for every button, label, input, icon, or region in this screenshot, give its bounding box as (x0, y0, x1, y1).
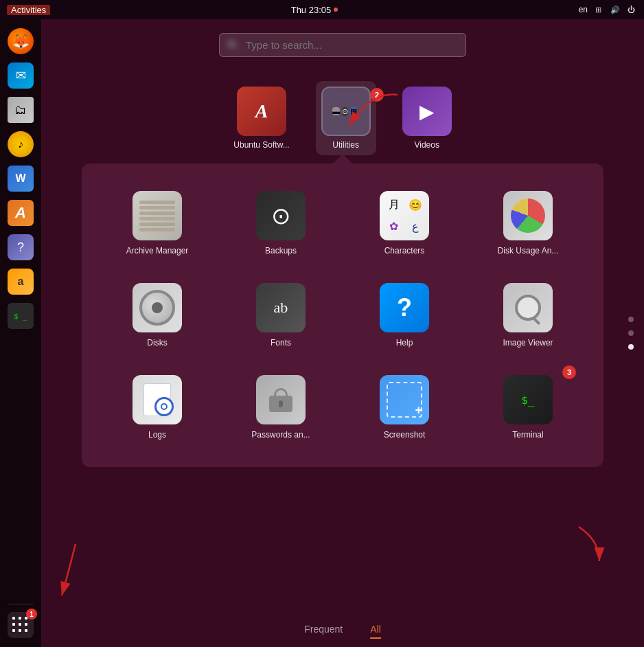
passwords-label: Passwords an... (251, 430, 310, 440)
backups-icon: ⊙ (256, 191, 306, 240)
archive-line (139, 206, 175, 209)
utilities-label: Utilities (332, 140, 359, 150)
utilities-folder-icon: ▬ ⊙ ▦ (321, 87, 371, 136)
logs-circle (154, 397, 174, 416)
language-indicator[interactable]: en (579, 5, 588, 14)
disks-app[interactable]: Disks (102, 276, 212, 354)
arrow-to-sidebar-bottom (41, 530, 103, 606)
help-app-icon: ? (380, 283, 429, 332)
archive-manager-label: Archive Manager (126, 246, 189, 256)
terminal-panel-label: Terminal (512, 430, 543, 440)
logs-label: Logs (148, 430, 166, 440)
char-cell-2: 😊 (405, 198, 425, 212)
page-dot-2[interactable] (628, 330, 634, 336)
logs-inner-circle (161, 403, 168, 410)
videos-app[interactable]: ▶ Videos (397, 81, 457, 155)
bottom-tabs: Frequent All (304, 624, 381, 639)
screenshot-app[interactable]: + Screenshot (349, 368, 459, 446)
sidebar: 🦊 ✉ 🗂 ♪ W A ? a $ _ 1 (0, 19, 41, 647)
page-dot-3[interactable] (628, 344, 634, 350)
password-lock (266, 382, 296, 418)
sidebar-item-show-apps[interactable]: 1 (5, 610, 36, 640)
ubuntu-software-app[interactable]: A Ubuntu Softw... (228, 81, 295, 155)
passwords-icon (256, 375, 306, 424)
characters-app[interactable]: 月 😊 ✿ ع Characters (349, 184, 459, 262)
videos-icon: ▶ (402, 87, 452, 136)
volume-icon[interactable]: 🔊 (610, 4, 621, 15)
sidebar-item-font-manager[interactable]: A (5, 198, 36, 228)
archive-manager-icon (133, 191, 182, 240)
screenshot-plus: + (415, 403, 422, 418)
archive-line (139, 212, 175, 215)
panel-pointer (333, 154, 352, 163)
char-cell-1: 月 (384, 198, 404, 212)
sidebar-item-firefox[interactable]: 🦊 (5, 26, 36, 56)
archive-line (139, 228, 175, 231)
topbar-center: Thu 23:05 (291, 5, 338, 15)
tab-all[interactable]: All (370, 624, 381, 639)
util-mini-3: ▦ (350, 107, 357, 116)
page-dots (628, 317, 634, 350)
archive-lines (133, 194, 182, 238)
help-icon: ? (8, 234, 34, 260)
archive-manager-app[interactable]: Archive Manager (102, 184, 212, 262)
badge-2: 2 (370, 88, 384, 102)
disk-usage-icon (503, 191, 553, 240)
archive-line (139, 217, 175, 220)
terminal-icon: $ _ (8, 303, 34, 329)
image-viewer-app[interactable]: Image Viewer (473, 276, 583, 354)
sidebar-item-files[interactable]: 🗂 (5, 95, 36, 125)
topbar-left: Activities (7, 5, 50, 15)
logs-app[interactable]: Logs (102, 368, 212, 446)
sidebar-item-rhythmbox[interactable]: ♪ (5, 129, 36, 159)
image-viewer-icon (503, 283, 553, 332)
utilities-panel: Archive Manager ⊙ Backups 月 😊 ✿ ع Charac… (82, 163, 603, 467)
clock: Thu 23:05 (291, 5, 332, 15)
topbar: Activities Thu 23:05 en ⊞ 🔊 ⏻ (0, 0, 644, 19)
backups-app[interactable]: ⊙ Backups (226, 184, 336, 262)
disk-inner (152, 302, 163, 313)
lock-shackle (274, 388, 288, 396)
image-viewer-label: Image Viewer (503, 338, 553, 348)
thunderbird-icon: ✉ (8, 63, 34, 89)
sidebar-item-terminal[interactable]: $ _ (5, 301, 36, 331)
writer-icon: W (8, 166, 34, 192)
passwords-app[interactable]: Passwords an... (226, 368, 336, 446)
fonts-app[interactable]: ab Fonts (226, 276, 336, 354)
tab-frequent[interactable]: Frequent (304, 624, 343, 639)
recording-indicator (334, 8, 338, 12)
fonts-icon: ab (256, 283, 306, 332)
network-icon[interactable]: ⊞ (593, 4, 604, 15)
videos-label: Videos (414, 140, 439, 150)
sidebar-item-amazon[interactable]: a (5, 266, 36, 297)
search-input[interactable] (219, 33, 466, 57)
sidebar-item-writer[interactable]: W (5, 163, 36, 194)
disk-usage-app[interactable]: Disk Usage An... (473, 184, 583, 262)
sidebar-separator (8, 604, 33, 604)
backups-label: Backups (265, 246, 297, 256)
disks-icon (133, 283, 182, 332)
badge-3: 3 (562, 365, 576, 379)
screenshot-visual: + (387, 382, 422, 418)
rhythmbox-icon: ♪ (8, 131, 34, 157)
disk-usage-label: Disk Usage An... (498, 246, 559, 256)
power-icon[interactable]: ⏻ (626, 4, 637, 15)
amazon-icon: a (8, 269, 34, 295)
page-dot-1[interactable] (628, 317, 634, 322)
util-mini-2: ⊙ (342, 107, 348, 116)
ubuntu-software-label: Ubuntu Softw... (233, 140, 289, 150)
font-manager-icon: A (8, 200, 34, 226)
screenshot-icon: + (380, 375, 429, 424)
utilities-folder-app[interactable]: ▬ ⊙ ▦ Utilities (316, 81, 376, 155)
firefox-icon: 🦊 (8, 28, 34, 54)
sidebar-item-thunderbird[interactable]: ✉ (5, 60, 36, 91)
terminal-panel-app[interactable]: $_ Terminal 3 (473, 368, 583, 446)
help-label: Help (396, 338, 413, 348)
ubuntu-software-icon: A (237, 87, 286, 136)
lock-body (269, 396, 292, 412)
activities-button[interactable]: Activities (7, 5, 50, 15)
sidebar-item-help[interactable]: ? (5, 232, 36, 262)
disk-pie (511, 198, 545, 233)
help-app-item[interactable]: ? Help (349, 276, 459, 354)
util-mini-1: ▬ (332, 107, 340, 115)
